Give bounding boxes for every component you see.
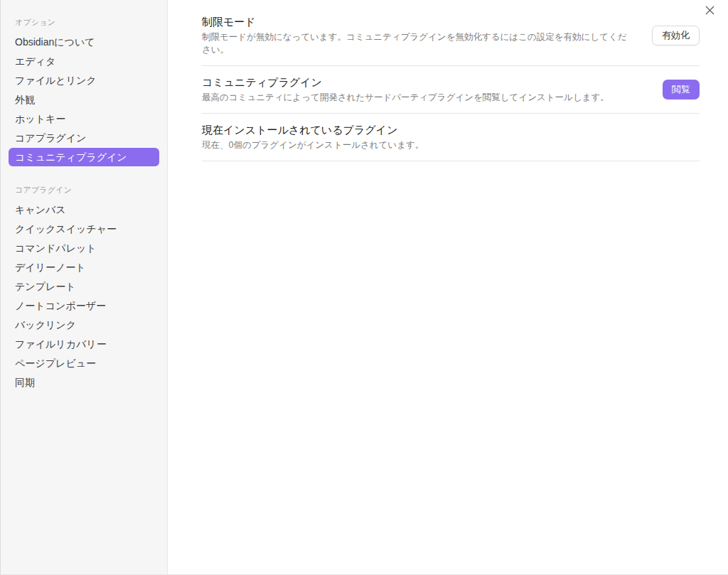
sidebar-item-hotkeys[interactable]: ホットキー bbox=[9, 109, 159, 128]
sidebar-item-core-plugins[interactable]: コアプラグイン bbox=[9, 129, 159, 147]
sidebar-item-file-recovery[interactable]: ファイルリカバリー bbox=[9, 335, 159, 353]
settings-window: オプション Obsidianについて エディタ ファイルとリンク 外観 ホットキ… bbox=[0, 0, 728, 575]
sidebar-item-note-composer[interactable]: ノートコンポーザー bbox=[9, 296, 159, 315]
sidebar-item-quick-switcher[interactable]: クイックスイッチャー bbox=[9, 220, 159, 238]
settings-sidebar: オプション Obsidianについて エディタ ファイルとリンク 外観 ホットキ… bbox=[1, 0, 168, 574]
sidebar-item-page-preview[interactable]: ページプレビュー bbox=[9, 354, 159, 372]
sidebar-item-about-obsidian[interactable]: Obsidianについて bbox=[9, 33, 159, 51]
sidebar-item-files-and-links[interactable]: ファイルとリンク bbox=[9, 71, 159, 90]
setting-name: コミュニティプラグイン bbox=[202, 75, 646, 90]
enable-restricted-mode-button[interactable]: 有効化 bbox=[652, 26, 700, 45]
sidebar-item-command-palette[interactable]: コマンドパレット bbox=[9, 239, 159, 257]
sidebar-item-templates[interactable]: テンプレート bbox=[9, 277, 159, 296]
sidebar-item-sync[interactable]: 同期 bbox=[9, 373, 159, 392]
sidebar-item-community-plugins[interactable]: コミュニティプラグイン bbox=[9, 148, 159, 166]
setting-info: コミュニティプラグイン 最高のコミュニティによって開発されたサードパーティプラグ… bbox=[202, 75, 646, 104]
sidebar-item-daily-notes[interactable]: デイリーノート bbox=[9, 258, 159, 276]
sidebar-item-canvas[interactable]: キャンバス bbox=[9, 200, 159, 219]
close-icon bbox=[705, 6, 714, 15]
setting-installed-plugins: 現在インストールされているプラグイン 現在、0個のプラグインがインストールされて… bbox=[202, 114, 700, 161]
sidebar-section-header: コアプラグイン bbox=[9, 185, 159, 195]
sidebar-item-appearance[interactable]: 外観 bbox=[9, 90, 159, 109]
browse-plugins-button[interactable]: 閲覧 bbox=[663, 80, 700, 100]
setting-name: 現在インストールされているプラグイン bbox=[202, 122, 700, 137]
setting-name: 制限モード bbox=[202, 14, 635, 29]
settings-content: 制限モード 制限モードが無効になっています。コミュニティプラグインを無効化するに… bbox=[168, 0, 728, 574]
sidebar-section-header: オプション bbox=[9, 17, 159, 28]
sidebar-item-backlinks[interactable]: バックリンク bbox=[9, 316, 159, 334]
sidebar-section-core-plugins: コアプラグイン キャンバス クイックスイッチャー コマンドパレット デイリーノー… bbox=[9, 185, 159, 392]
setting-restricted-mode: 制限モード 制限モードが無効になっています。コミュニティプラグインを無効化するに… bbox=[202, 0, 700, 66]
setting-community-plugins: コミュニティプラグイン 最高のコミュニティによって開発されたサードパーティプラグ… bbox=[202, 66, 700, 114]
sidebar-item-editor[interactable]: エディタ bbox=[9, 52, 159, 70]
close-button[interactable] bbox=[702, 3, 717, 17]
sidebar-section-options: オプション Obsidianについて エディタ ファイルとリンク 外観 ホットキ… bbox=[9, 17, 159, 166]
setting-description: 制限モードが無効になっています。コミュニティプラグインを無効化するにはこの設定を… bbox=[202, 31, 635, 56]
setting-info: 制限モード 制限モードが無効になっています。コミュニティプラグインを無効化するに… bbox=[202, 14, 635, 56]
setting-info: 現在インストールされているプラグイン 現在、0個のプラグインがインストールされて… bbox=[202, 122, 700, 151]
setting-description: 最高のコミュニティによって開発されたサードパーティプラグインを閲覧してインストー… bbox=[202, 91, 646, 104]
setting-description: 現在、0個のプラグインがインストールされています。 bbox=[202, 139, 700, 151]
